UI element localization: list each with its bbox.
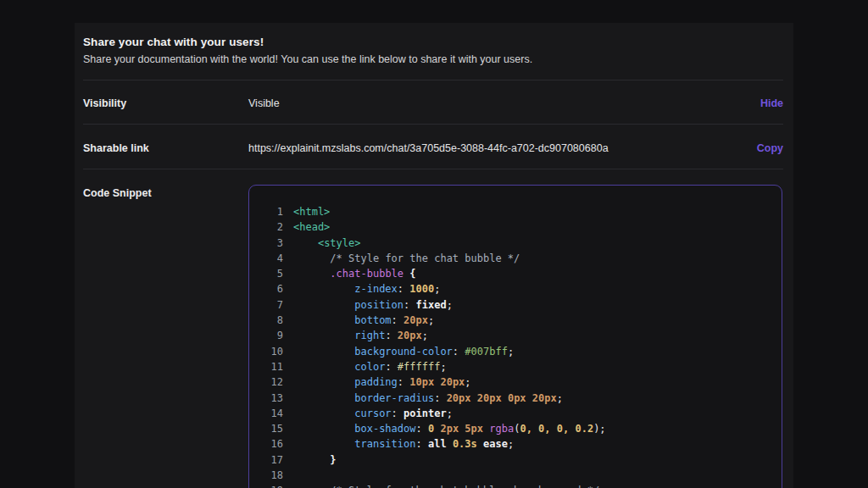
code-line: 6 z-index: 1000; [261,281,775,297]
copy-button[interactable]: Copy [757,142,783,154]
code-text: box-shadow: 0 2px 5px rgba(0, 0, 0, 0.2)… [293,421,606,436]
code-line: 19 /* Style for the chat bubble when hov… [261,483,775,488]
code-text: border-radius: 20px 20px 0px 20px; [293,391,563,406]
hide-button[interactable]: Hide [760,97,783,109]
line-number: 3 [261,236,283,251]
visibility-value: Visible [248,97,280,109]
code-text: background-color: #007bff; [293,344,514,359]
line-number: 10 [261,344,283,359]
line-number: 15 [261,421,283,436]
divider [83,80,783,80]
line-number: 1 [261,204,283,219]
line-number: 5 [261,266,283,281]
code-text: /* Style for the chat bubble */ [293,251,520,266]
code-text: <style> [293,236,360,251]
line-number: 16 [261,436,283,452]
line-number: 9 [261,328,283,343]
code-text: padding: 10px 20px; [293,374,471,390]
code-line: 18 [261,468,775,483]
line-number: 13 [261,391,283,406]
line-number: 18 [261,468,283,483]
page-title: Share your chat with your users! [83,36,264,48]
line-number: 6 [261,281,283,297]
code-line: 2<head> [261,219,775,235]
code-line: 8 bottom: 20px; [261,313,775,328]
code-line: 7 position: fixed; [261,297,775,313]
divider [83,124,783,125]
code-text: transition: all 0.3s ease; [293,436,514,452]
code-text: bottom: 20px; [293,313,434,328]
code-line: 13 border-radius: 20px 20px 0px 20px; [261,391,775,406]
code-snippet-label: Code Snippet [83,187,152,199]
code-line: 9 right: 20px; [261,328,775,343]
code-text: <head> [293,219,330,235]
code-line: 15 box-shadow: 0 2px 5px rgba(0, 0, 0, 0… [261,421,775,436]
share-panel: Share your chat with your users! Share y… [75,23,793,488]
line-number: 4 [261,251,283,266]
divider [83,169,783,169]
code-line: 5 .chat-bubble { [261,266,775,281]
line-number: 14 [261,406,283,421]
line-number: 7 [261,297,283,313]
code-text: /* Style for the chat bubble when hovere… [293,483,599,488]
page-subtitle: Share your documentation with the world!… [83,53,532,65]
code-snippet-editor[interactable]: 1<html>2<head>3 <style>4 /* Style for th… [248,185,782,488]
code-line: 4 /* Style for the chat bubble */ [261,251,775,266]
code-text: z-index: 1000; [293,281,440,297]
code-text: cursor: pointer; [293,406,453,421]
sharable-link-url: https://explainit.mzslabs.com/chat/3a705… [248,142,609,154]
visibility-label: Visibility [83,97,126,109]
code-line: 11 color: #ffffff; [261,359,775,374]
code-text: right: 20px; [293,328,428,343]
code-line: 17 } [261,452,775,468]
code-text: <html> [293,204,330,219]
code-line: 16 transition: all 0.3s ease; [261,436,775,452]
sharable-link-label: Sharable link [83,142,149,154]
code-text: .chat-bubble { [293,266,416,281]
code-line: 3 <style> [261,236,775,251]
code-text: color: #ffffff; [293,359,447,374]
line-number: 17 [261,452,283,468]
line-number: 11 [261,359,283,374]
code-text: position: fixed; [293,297,453,313]
line-number: 19 [261,483,283,488]
code-line: 12 padding: 10px 20px; [261,374,775,390]
code-line: 10 background-color: #007bff; [261,344,775,359]
code-line: 14 cursor: pointer; [261,406,775,421]
code-line: 1<html> [261,204,775,219]
line-number: 2 [261,219,283,235]
line-number: 12 [261,374,283,390]
line-number: 8 [261,313,283,328]
code-text: } [293,452,337,468]
